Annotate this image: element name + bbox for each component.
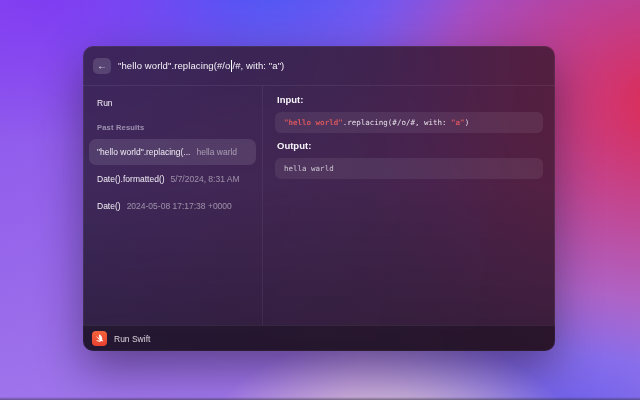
search-text-after-caret: /#, with: "a") [232,60,284,71]
result-title: "hello world".replacing(... [97,147,190,157]
raycast-window: ← "hello world".replacing(#/o /#, with: … [83,46,555,351]
list-item-run[interactable]: Run [89,92,256,114]
output-label: Output: [277,140,543,152]
list-item-result[interactable]: Date() 2024-05-08 17:17:38 +0000 [89,193,256,219]
result-title: Date().formatted() [97,174,165,184]
list-item-label: Run [97,98,113,108]
code-token-plain: ) [465,118,470,127]
result-title: Date() [97,201,121,211]
result-accessory: hella warld [196,147,237,157]
main-content: Run Past Results "hello world".replacing… [83,86,555,325]
back-button[interactable]: ← [93,58,111,74]
result-accessory: 2024-05-08 17:17:38 +0000 [127,201,232,211]
result-accessory: 5/7/2024, 8:31 AM [171,174,240,184]
output-code-box: hella warld [275,158,543,179]
back-arrow-icon: ← [97,61,107,71]
code-token-string: "hello world" [284,118,343,127]
section-header-past-results: Past Results [97,123,248,132]
results-sidebar: Run Past Results "hello world".replacing… [83,86,263,325]
footer-bar: Run Swift [83,325,555,351]
search-input[interactable]: "hello world".replacing(#/o /#, with: "a… [118,60,284,72]
extension-name: Run Swift [114,334,150,344]
list-item-result[interactable]: "hello world".replacing(... hella warld [89,139,256,165]
detail-panel: Input: "hello world".replacing(#/o/#, wi… [263,86,555,325]
code-token-plain: .replacing(#/o/#, with: [343,118,451,127]
input-code-box: "hello world".replacing(#/o/#, with: "a"… [275,112,543,133]
search-text-before-caret: "hello world".replacing(#/o [118,60,230,71]
list-item-result[interactable]: Date().formatted() 5/7/2024, 8:31 AM [89,166,256,192]
swift-icon [92,331,107,346]
code-token-string: "a" [451,118,465,127]
search-header: ← "hello world".replacing(#/o /#, with: … [83,46,555,86]
input-label: Input: [277,94,543,106]
